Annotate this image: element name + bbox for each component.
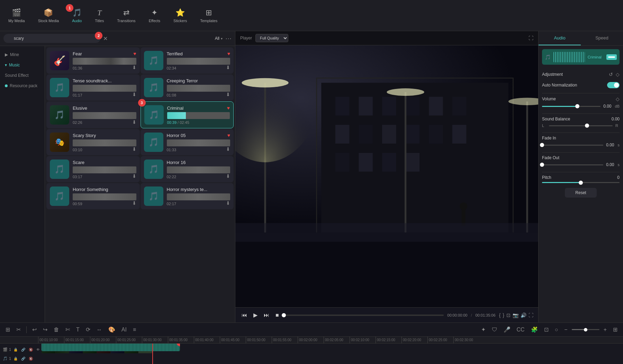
progress-handle[interactable] xyxy=(282,313,286,317)
fear-download-icon[interactable]: ⬇ xyxy=(132,65,136,70)
tl-zoom-minus[interactable]: − xyxy=(562,325,569,334)
terrified-download-icon[interactable]: ⬇ xyxy=(226,65,230,70)
balance-handle[interactable] xyxy=(585,124,589,128)
scary-download-icon[interactable]: ⬇ xyxy=(132,146,136,152)
tl-cut-btn[interactable]: ✄ xyxy=(63,325,72,334)
video-mute-btn[interactable]: 🔇 xyxy=(28,347,34,352)
audio-track-bar[interactable]: 4 xyxy=(42,344,180,351)
titles-btn[interactable]: T Titles xyxy=(90,6,109,26)
audio-card-horror-something[interactable]: 🎵 Horror Something 00:59 ⬇ xyxy=(46,183,140,209)
search-input[interactable] xyxy=(3,34,100,43)
templates-btn[interactable]: ⊞ Templates xyxy=(195,6,222,26)
video-lock-btn[interactable]: 🔒 xyxy=(12,347,19,352)
tl-redo-btn[interactable]: ↪ xyxy=(41,325,49,334)
audio-card-elusive[interactable]: 🎵 Elusive 02:26 ⬇ xyxy=(46,101,140,128)
tl-delete-btn[interactable]: 🗑 xyxy=(52,325,61,334)
tense-download-icon[interactable]: ⬇ xyxy=(132,92,136,97)
fullscreen-btn[interactable]: ⛶ xyxy=(529,312,533,318)
stickers-btn[interactable]: ⭐ Stickers xyxy=(169,6,192,26)
player-expand-icon[interactable]: ⛶ xyxy=(529,35,533,41)
tl-flip-btn[interactable]: ↔ xyxy=(94,325,104,334)
tl-caption-btn[interactable]: CC xyxy=(515,325,527,334)
quality-select[interactable]: Full Quality Half Quality xyxy=(255,34,288,42)
creeping-download-icon[interactable]: ⬇ xyxy=(226,92,230,97)
diamond-icon[interactable]: ◇ xyxy=(616,72,620,77)
search-clear-btn[interactable]: ✕ xyxy=(103,35,108,42)
tl-rotate-btn[interactable]: ⟳ xyxy=(84,325,92,334)
snapshot-btn[interactable]: 📷 xyxy=(513,312,518,318)
tl-select-tool[interactable]: ⊞ xyxy=(3,325,12,334)
tl-magic-btn[interactable]: ✦ xyxy=(479,325,488,334)
horror05-download-icon[interactable]: ⬇ xyxy=(226,146,230,152)
pitch-track[interactable] xyxy=(542,182,620,183)
horror-mysterys-download-icon[interactable]: ⬇ xyxy=(226,200,230,206)
audio-card-criminal[interactable]: 3 🎵 Criminal 00:39 / 02:45 ♥ xyxy=(141,101,234,128)
sidebar-item-music[interactable]: ▾ Music xyxy=(0,60,45,70)
zoom-slider-track[interactable] xyxy=(572,329,599,330)
volume-handle[interactable] xyxy=(575,104,579,108)
zoom-handle[interactable] xyxy=(584,328,587,331)
fade-out-handle[interactable] xyxy=(540,163,544,167)
mark-in-btn[interactable]: { xyxy=(499,312,501,318)
audio-card-horror05[interactable]: 🎵 Horror 05 01:33 ♥ ⬇ xyxy=(141,129,234,155)
video-hide-btn[interactable]: 🔗 xyxy=(20,347,26,352)
tl-color-btn[interactable]: 🎨 xyxy=(106,325,117,334)
tl-text-btn[interactable]: T xyxy=(74,325,82,334)
audio-card-scare[interactable]: 🎵 Scare 03:17 ⬇ xyxy=(46,156,140,182)
tl-grid-btn[interactable]: ⊞ xyxy=(611,325,620,334)
tl-box-btn[interactable]: ⊡ xyxy=(542,325,551,334)
tl-trim-tool[interactable]: ✂ xyxy=(14,325,23,334)
reset-icon[interactable]: ↺ xyxy=(609,72,613,77)
rewind-btn[interactable]: ⏮ xyxy=(240,311,249,320)
fade-in-handle[interactable] xyxy=(540,143,544,147)
sidebar-item-sound-effect[interactable]: Sound Effect xyxy=(0,70,45,81)
volume-diamond-icon[interactable]: ◇ xyxy=(616,96,620,102)
forward-frame-btn[interactable]: ⏭ xyxy=(262,311,271,320)
tl-circle-btn[interactable]: ○ xyxy=(553,325,560,334)
audio-card-horror16[interactable]: 🎵 Horror 16 02:22 ⬇ xyxy=(141,156,234,182)
auto-norm-toggle[interactable] xyxy=(607,82,620,88)
stock-media-btn[interactable]: 📦 Stock Media xyxy=(33,6,64,26)
tl-shield-btn[interactable]: 🛡 xyxy=(490,325,499,334)
stop-btn[interactable]: ■ xyxy=(274,311,280,320)
audio-card-terrified[interactable]: 🎵 Terrified 02:34 ♥ ⬇ xyxy=(141,47,234,74)
tl-puzzle-btn[interactable]: 🧩 xyxy=(529,325,540,334)
volume-btn[interactable]: 🔊 xyxy=(521,312,526,318)
tl-bars-btn[interactable]: ≡ xyxy=(131,325,138,334)
audio-card-scary-story[interactable]: 🎭 Scary Story 03:10 ⬇ xyxy=(46,129,140,155)
horror-something-download-icon[interactable]: ⬇ xyxy=(132,200,136,206)
volume-slider-track[interactable] xyxy=(542,106,601,107)
audio-lock-btn[interactable]: 🔒 xyxy=(12,356,19,361)
audio-card-fear[interactable]: 🎸 Fear 01:36 ♥ ⬇ xyxy=(46,47,140,74)
tab-speed[interactable]: Speed xyxy=(581,31,623,45)
effects-btn[interactable]: ✦ Effects xyxy=(144,6,165,26)
strip-slider[interactable] xyxy=(606,54,617,60)
play-btn[interactable]: ▶ xyxy=(252,310,259,320)
fade-in-track[interactable] xyxy=(542,145,603,146)
reset-btn[interactable]: Reset xyxy=(565,188,596,198)
tl-undo-btn[interactable]: ↩ xyxy=(30,325,39,334)
tl-zoom-plus[interactable]: + xyxy=(602,325,609,334)
progress-bar[interactable] xyxy=(284,315,444,316)
balance-slider-track[interactable] xyxy=(549,125,613,126)
fade-out-track[interactable] xyxy=(542,164,603,165)
scare-download-icon[interactable]: ⬇ xyxy=(132,173,136,179)
audio-card-tense[interactable]: 🎵 Tense soundtrack... 01:17 ⬇ xyxy=(46,74,140,101)
audio-card-horror-mysterys[interactable]: 🎵 Horror mysterys te... 02:17 ⬇ xyxy=(141,183,234,209)
elusive-download-icon[interactable]: ⬇ xyxy=(132,119,136,125)
insert-btn[interactable]: ⊡ xyxy=(506,312,511,318)
transitions-btn[interactable]: ⇄ Transitions xyxy=(112,6,140,26)
sidebar-item-resource-pack[interactable]: Resource pack xyxy=(0,81,45,91)
more-options-btn[interactable]: ⋯ xyxy=(225,35,232,42)
audio-mute-btn[interactable]: 🔇 xyxy=(28,356,34,361)
audio-link-btn[interactable]: 🔗 xyxy=(20,356,26,361)
audio-card-creeping[interactable]: 🎵 Creeping Terror 01:08 ⬇ xyxy=(141,74,234,101)
tab-audio[interactable]: Audio xyxy=(539,31,581,45)
tl-ai-btn[interactable]: AI xyxy=(119,325,129,334)
horror16-download-icon[interactable]: ⬇ xyxy=(226,173,230,179)
sidebar-item-mine[interactable]: ▶ Mine xyxy=(0,49,45,60)
tl-mic-btn[interactable]: 🎤 xyxy=(502,325,513,334)
mark-out-btn[interactable]: } xyxy=(503,312,504,318)
my-media-btn[interactable]: 🎬 My Media xyxy=(3,6,30,26)
pitch-handle[interactable] xyxy=(579,181,583,185)
